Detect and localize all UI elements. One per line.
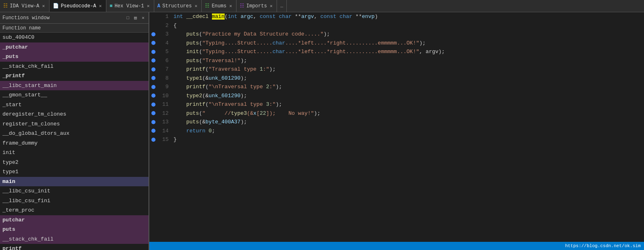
function-list-item[interactable]: __libc_csu_init	[0, 186, 149, 196]
tab-label-ida-view-a: IDA View-A	[10, 3, 39, 9]
functions-list[interactable]: sub_4004C0_putchar_puts__stack_chk_fail_…	[0, 33, 149, 250]
tab-extra[interactable]: …	[277, 0, 287, 12]
blue-dot-indicator	[151, 67, 155, 71]
tab-close-enums[interactable]: ✕	[228, 3, 233, 9]
breakpoint-dot	[149, 120, 158, 124]
tab-close-pseudocode-a[interactable]: ✕	[98, 3, 103, 9]
function-list-item[interactable]: sub_4004C0	[0, 33, 149, 42]
code-line: printf("\nTraversal type 2:");	[172, 83, 644, 92]
code-line: }	[172, 135, 644, 144]
function-list-item[interactable]: putchar	[0, 215, 149, 225]
line-number: 11	[158, 101, 172, 107]
code-row: 15}	[149, 135, 644, 144]
code-line: puts(&byte_400A37);	[172, 118, 644, 127]
code-row: 13 puts(&byte_400A37);	[149, 118, 644, 127]
code-row: 8 type1(&unk_601290);	[149, 74, 644, 83]
function-list-item[interactable]: frame_dummy	[0, 138, 149, 148]
blue-dot-indicator	[151, 111, 155, 115]
blue-dot-indicator	[151, 58, 155, 62]
code-line: type2(&unk_601290);	[172, 92, 644, 100]
code-panel: 1int __cdecl main(int argc, const char *…	[149, 12, 644, 250]
tab-icon-structures: A	[158, 3, 160, 9]
function-list-item[interactable]: _start	[0, 100, 149, 110]
line-number: 7	[158, 66, 172, 72]
tab-ida-view-a[interactable]: ☷ IDA View-A ✕	[0, 0, 50, 12]
breakpoint-dot	[149, 58, 158, 62]
function-list-item[interactable]: __stack_chk_fail	[0, 234, 149, 244]
tab-label-hex-view-1: Hex View-1	[115, 3, 144, 9]
tab-label-pseudocode-a: Pseudocode-A	[61, 3, 96, 9]
breakpoint-dot	[149, 138, 158, 142]
function-list-item[interactable]: _printf	[0, 71, 149, 81]
blue-dot-indicator	[151, 32, 155, 36]
line-number: 10	[158, 93, 172, 99]
tab-pseudocode-a[interactable]: 📄 Pseudocode-A ✕	[50, 0, 106, 12]
blue-dot-indicator	[151, 85, 155, 89]
tab-close-structures[interactable]: ✕	[194, 3, 198, 9]
code-row: 5 init("Typing....Struct.....char....*le…	[149, 47, 644, 56]
status-right: https://blog.csdn.net/ok.sim	[565, 243, 641, 248]
line-number: 1	[158, 13, 172, 20]
function-list-item[interactable]: type1	[0, 167, 149, 177]
tab-bar: ☷ IDA View-A ✕ 📄 Pseudocode-A ✕ ■ Hex Vi…	[0, 0, 644, 12]
function-list-item[interactable]: __do_global_dtors_aux	[0, 129, 149, 138]
function-list-item[interactable]: puts	[0, 225, 149, 234]
function-list-item[interactable]: deregister_tm_clones	[0, 109, 149, 119]
tab-imports[interactable]: ☷ Imports ✕	[236, 0, 277, 12]
tab-label-enums: Enums	[212, 3, 226, 9]
code-row: 1int __cdecl main(int argc, const char *…	[149, 12, 644, 21]
function-list-item[interactable]: printf	[0, 244, 149, 250]
tab-enums[interactable]: ☷ Enums ✕	[202, 0, 236, 12]
breakpoint-dot	[149, 129, 158, 133]
tab-label-imports: Imports	[246, 3, 267, 9]
close-button[interactable]: ✕	[140, 14, 146, 21]
code-row: 6 puts("Traversal!");	[149, 56, 644, 65]
line-number: 5	[158, 49, 172, 55]
blue-dot-indicator	[151, 129, 155, 133]
tab-hex-view-1[interactable]: ■ Hex View-1 ✕	[106, 0, 154, 12]
breakpoint-dot	[149, 111, 158, 115]
function-list-item[interactable]: __gmon_start__	[0, 90, 149, 100]
tab-icon-extra: …	[280, 3, 283, 9]
tab-close-imports[interactable]: ✕	[269, 3, 273, 9]
blue-dot-indicator	[151, 103, 155, 107]
tab-structures[interactable]: A Structures ✕	[154, 0, 202, 12]
tab-close-ida-view-a[interactable]: ✕	[41, 3, 46, 9]
line-number: 6	[158, 58, 172, 64]
code-line: puts("Practice my Data Structure code...…	[172, 30, 644, 39]
code-content[interactable]: 1int __cdecl main(int argc, const char *…	[149, 12, 644, 242]
functions-panel: Functions window □ ▤ ✕ Function name sub…	[0, 12, 149, 250]
function-list-item[interactable]: register_tm_clones	[0, 119, 149, 129]
line-number: 8	[158, 75, 172, 81]
function-list-item[interactable]: __libc_start_main	[0, 81, 149, 91]
minimize-button[interactable]: □	[125, 15, 131, 21]
tab-label-structures: Structures	[162, 3, 192, 9]
blue-dot-indicator	[151, 50, 155, 54]
line-number: 9	[158, 84, 172, 90]
tab-icon-hex-view-1: ■	[110, 3, 113, 9]
code-line: return 0;	[172, 127, 644, 136]
function-list-item[interactable]: _putchar	[0, 42, 149, 52]
functions-column-header: Function name	[0, 24, 149, 33]
line-number: 13	[158, 119, 172, 125]
code-line: puts("Typing....Struct.....char....*left…	[172, 39, 644, 48]
code-row: 4 puts("Typing....Struct.....char....*le…	[149, 39, 644, 48]
tab-icon-ida-view-a: ☷	[3, 3, 8, 9]
function-list-item[interactable]: main	[0, 177, 149, 187]
function-list-item[interactable]: __stack_chk_fail	[0, 62, 149, 71]
function-list-item[interactable]: type2	[0, 158, 149, 167]
function-list-item[interactable]: _term_proc	[0, 205, 149, 215]
code-line: type1(&unk_601290);	[172, 74, 644, 83]
line-number: 14	[158, 128, 172, 134]
function-list-item[interactable]: __libc_csu_fini	[0, 196, 149, 206]
tab-close-hex-view-1[interactable]: ✕	[146, 3, 151, 9]
function-list-item[interactable]: _puts	[0, 52, 149, 62]
restore-button[interactable]: ▤	[133, 14, 139, 21]
breakpoint-dot	[149, 94, 158, 98]
tab-icon-enums: ☷	[205, 3, 209, 9]
blue-dot-indicator	[151, 120, 155, 124]
code-row: 14 return 0;	[149, 127, 644, 136]
code-line: int __cdecl main(int argc, const char **…	[172, 12, 644, 21]
code-row: 12 puts(" //type3(&x[22]); No way!");	[149, 109, 644, 118]
function-list-item[interactable]: init	[0, 148, 149, 158]
